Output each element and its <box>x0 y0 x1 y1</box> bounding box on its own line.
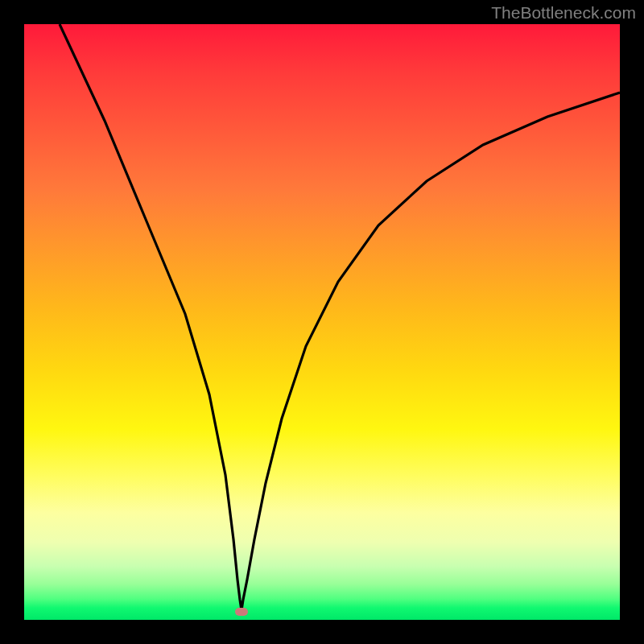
chart-area <box>24 24 620 620</box>
watermark-text: TheBottleneck.com <box>491 3 636 23</box>
optimal-marker <box>235 608 248 616</box>
curve-svg <box>24 24 620 620</box>
bottleneck-curve-path <box>60 24 620 610</box>
